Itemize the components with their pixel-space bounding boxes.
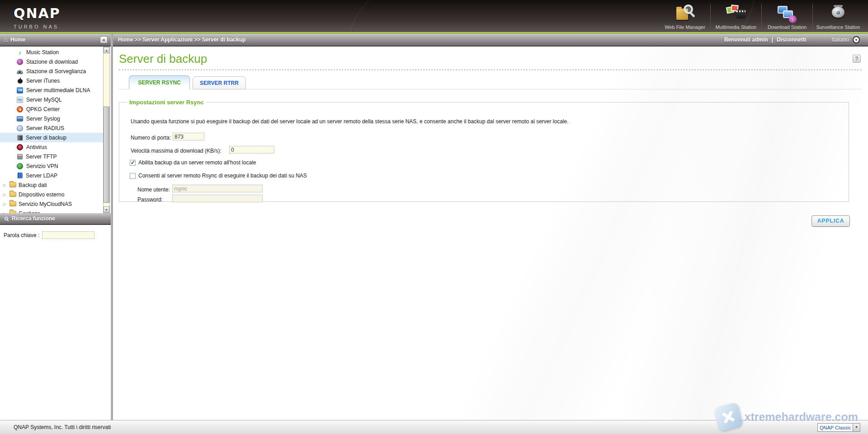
allow-rsync-checkbox-row: Consenti al server remoto Rsync di esegu… bbox=[130, 173, 307, 179]
tab-server-rsync[interactable]: SERVER RSYNC bbox=[129, 75, 190, 89]
qpkg-icon bbox=[17, 106, 23, 112]
breadcrumb[interactable]: Home >> Server Applicazioni >> Server di… bbox=[111, 37, 245, 43]
sidebar-item-itunes[interactable]: Server iTunes bbox=[0, 76, 103, 85]
tab-server-rtrr[interactable]: SERVER RTRR bbox=[193, 76, 246, 89]
sidebar: Music Station Stazione di download Stazi… bbox=[0, 47, 111, 420]
topbar: QNAP TURBO NAS Web File Manager Multimed… bbox=[0, 0, 868, 32]
page-title: Server di backup bbox=[119, 52, 207, 66]
allow-rsync-label: Consenti al server remoto Rsync di esegu… bbox=[138, 173, 307, 179]
dlna-icon bbox=[17, 87, 23, 93]
sidebar-collapse-button[interactable]: « bbox=[100, 36, 108, 43]
apply-button[interactable]: APPLICA bbox=[811, 215, 850, 227]
status-bar: QNAP Systems, Inc. Tutti i diritti riser… bbox=[0, 420, 868, 434]
keyword-label: Parola chiave : bbox=[4, 232, 39, 238]
header-right: Benvenuti admin | Disconnetti Italiano ▼ bbox=[724, 36, 868, 43]
app-multimedia-station[interactable]: Multimedia Station bbox=[711, 0, 761, 32]
vpn-globe-icon bbox=[17, 163, 23, 169]
sidebar-item-mysql[interactable]: Server MySQL bbox=[0, 95, 103, 104]
app-label: Surveillance Station bbox=[816, 24, 860, 30]
keyword-row: Parola chiave : bbox=[0, 225, 111, 239]
sidebar-item-ldap[interactable]: Server LDAP bbox=[0, 171, 103, 180]
scroll-up-button[interactable]: ▲ bbox=[104, 47, 109, 53]
port-input[interactable] bbox=[173, 133, 204, 140]
qnap-admin-screen: QNAP TURBO NAS Web File Manager Multimed… bbox=[0, 0, 868, 434]
sidebar-item-tftp[interactable]: Server TFTP bbox=[0, 152, 103, 161]
folder-icon bbox=[9, 192, 16, 197]
download-icon bbox=[17, 59, 23, 65]
sidebar-item-antivirus[interactable]: Antivirus bbox=[0, 142, 103, 152]
tftp-server-icon bbox=[17, 154, 23, 159]
web-file-manager-icon bbox=[675, 4, 695, 23]
brand-tagline: TURBO NAS bbox=[14, 24, 61, 29]
expander-icon[interactable]: ▷ bbox=[3, 183, 7, 187]
sidebar-title: Home bbox=[10, 37, 25, 43]
sidebar-folder-backup-dati[interactable]: ▷ Backup dati bbox=[0, 180, 103, 190]
keyword-input[interactable] bbox=[42, 231, 94, 239]
multimedia-station-icon bbox=[726, 4, 746, 23]
search-panel-title: Ricerca funzione bbox=[12, 215, 55, 222]
download-station-icon: ↓ bbox=[777, 4, 797, 23]
sidebar-tree: Music Station Stazione di download Stazi… bbox=[0, 47, 103, 213]
sidebar-item-music-station[interactable]: Music Station bbox=[0, 47, 103, 57]
password-label: Password: bbox=[137, 196, 163, 203]
main-content: ? Server di backup SERVER RSYNC SERVER R… bbox=[113, 47, 868, 420]
speed-label: Velocità massima di download (KB/s): bbox=[131, 148, 222, 154]
sidebar-item-vpn[interactable]: Servizio VPN bbox=[0, 161, 103, 171]
top-app-launchers: Web File Manager Multimedia Station ↓ Do… bbox=[660, 0, 863, 32]
sidebar-item-radius[interactable]: Server RADIUS bbox=[0, 123, 103, 133]
app-web-file-manager[interactable]: Web File Manager bbox=[660, 0, 710, 32]
expander-icon[interactable]: ▷ bbox=[3, 192, 7, 197]
fieldset-legend: Impostazioni server Rsync bbox=[127, 99, 207, 106]
qnap-logo: QNAP bbox=[14, 5, 61, 21]
app-label: Web File Manager bbox=[665, 24, 705, 30]
expander-icon[interactable]: ▷ bbox=[3, 202, 7, 206]
allow-rsync-checkbox[interactable] bbox=[130, 173, 136, 179]
antivirus-icon bbox=[17, 144, 23, 150]
sidebar-folder-dispositivo-esterno[interactable]: ▷ Dispositivo esterno bbox=[0, 190, 103, 199]
sidebar-folder-gestione[interactable]: ▷ Gestione bbox=[0, 209, 103, 213]
radius-server-icon bbox=[17, 125, 23, 131]
welcome-text: Benvenuti admin bbox=[724, 37, 768, 43]
sidebar-header: ⌂ Home « bbox=[0, 34, 111, 47]
separator-pipe: | bbox=[772, 37, 773, 43]
theme-select[interactable]: QNAP Classic ▼ bbox=[817, 423, 860, 432]
surveillance-station-icon bbox=[828, 4, 849, 23]
sidebar-item-qpkg[interactable]: QPKG Center bbox=[0, 104, 103, 114]
syslog-server-icon bbox=[17, 116, 23, 121]
sidebar-item-stazione-download[interactable]: Stazione di download bbox=[0, 57, 103, 66]
remote-backup-checkbox-row: Abilita backup da un server remoto all'h… bbox=[130, 159, 256, 166]
sidebar-item-server-di-backup[interactable]: Server di backup bbox=[0, 133, 103, 142]
language-dropdown-icon[interactable]: ▼ bbox=[853, 36, 860, 43]
sidebar-item-syslog[interactable]: Server Syslog bbox=[0, 114, 103, 123]
password-input[interactable] bbox=[172, 195, 263, 202]
sidebar-item-sorveglianza[interactable]: Stazione di Sorveglianza bbox=[0, 66, 103, 76]
copyright-text: QNAP Systems, Inc. Tutti i diritti riser… bbox=[0, 424, 111, 430]
chevron-down-icon[interactable]: ▼ bbox=[853, 424, 860, 431]
breadcrumb-bar: Home >> Server Applicazioni >> Server di… bbox=[111, 34, 868, 47]
sidebar-folder-mycloudnas[interactable]: ▷ Servizio MyCloudNAS bbox=[0, 199, 103, 209]
apple-icon bbox=[17, 78, 23, 84]
header-row: ⌂ Home « Home >> Server Applicazioni >> … bbox=[0, 34, 868, 47]
logout-link[interactable]: Disconnetti bbox=[777, 37, 806, 43]
search-panel-body: Parola chiave : bbox=[0, 225, 111, 420]
scrollbar-thumb[interactable] bbox=[104, 107, 109, 203]
app-surveillance-station[interactable]: Surveillance Station bbox=[813, 0, 863, 32]
folder-icon bbox=[9, 182, 16, 187]
theme-select-value: QNAP Classic bbox=[818, 425, 853, 430]
rsync-settings-fieldset: Impostazioni server Rsync Usando questa … bbox=[119, 99, 849, 202]
language-label: Italiano bbox=[831, 37, 849, 43]
scroll-down-button[interactable]: ▼ bbox=[104, 206, 109, 213]
app-label: Multimedia Station bbox=[716, 24, 757, 30]
search-panel-header: Ricerca funzione bbox=[0, 213, 111, 225]
username-label: Nome utente: bbox=[137, 187, 170, 193]
folder-icon bbox=[9, 201, 16, 206]
speed-input[interactable] bbox=[229, 146, 274, 154]
remote-backup-checkbox[interactable] bbox=[130, 160, 136, 166]
title-separator bbox=[119, 69, 862, 70]
ldap-book-icon bbox=[18, 173, 23, 178]
help-button[interactable]: ? bbox=[853, 55, 861, 63]
username-input[interactable] bbox=[172, 185, 263, 192]
sidebar-item-dlna[interactable]: Server multimediale DLNA bbox=[0, 85, 103, 95]
app-download-station[interactable]: ↓ Download Station bbox=[762, 0, 812, 32]
sidebar-scrollbar: ▲ ▼ bbox=[103, 47, 110, 213]
